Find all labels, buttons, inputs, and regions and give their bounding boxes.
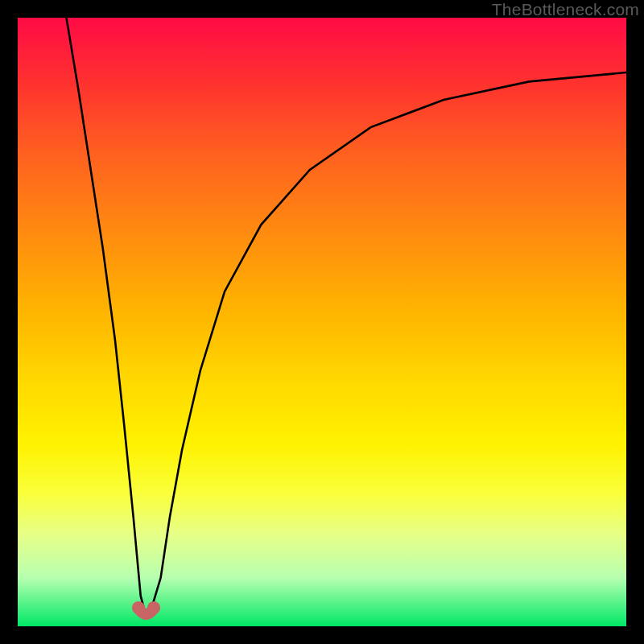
bottleneck-curve: [66, 18, 626, 614]
curve-svg: [18, 18, 626, 626]
chart-container: TheBottleneck.com: [0, 0, 644, 644]
curve-marker: [132, 601, 145, 614]
plot-area: [18, 18, 626, 626]
watermark-text: TheBottleneck.com: [492, 0, 639, 19]
